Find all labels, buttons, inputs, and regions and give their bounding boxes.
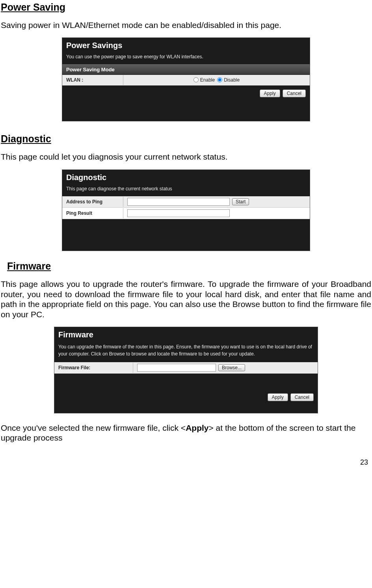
ping-result-input[interactable] (127, 209, 230, 217)
power-saving-mode-bar: Power Saving Mode (62, 64, 310, 75)
diagnostic-footer (62, 219, 310, 251)
browse-button[interactable]: Browse... (218, 364, 245, 371)
enable-radio[interactable]: Enable (193, 77, 215, 83)
apply-button[interactable]: Apply (260, 89, 280, 97)
disable-radio-label: Disable (224, 77, 240, 83)
panel-title: Power Savings (66, 41, 306, 50)
start-button[interactable]: Start (232, 198, 249, 205)
enable-radio-label: Enable (200, 77, 215, 83)
intro-diagnostic: This page could let you diagnosis your c… (1, 152, 371, 162)
intro-firmware: This page allows you to upgrade the rout… (1, 279, 371, 319)
address-to-ping-input[interactable] (127, 198, 230, 206)
section-title-power-saving: Power Saving (1, 2, 372, 13)
outro-bold: Apply (186, 423, 208, 432)
firmware-panel: Firmware You can upgrade the firmware of… (54, 327, 318, 413)
diagnostic-panel: Diagnostic This page can diagnose the cu… (62, 169, 310, 251)
outro-firmware: Once you've selected the new firmware fi… (1, 423, 371, 443)
panel-desc: You can upgrade the firmware of the rout… (58, 339, 314, 361)
panel-desc: This page can diagnose the current netwo… (66, 182, 306, 195)
intro-power-saving: Saving power in WLAN/Ethernet mode can b… (1, 20, 371, 30)
outro-pre: Once you've selected the new firmware fi… (1, 423, 186, 432)
cancel-button[interactable]: Cancel (283, 89, 306, 97)
firmware-file-label: Firmware File: (54, 363, 133, 373)
firmware-file-input[interactable] (137, 364, 216, 372)
enable-radio-input[interactable] (193, 77, 199, 82)
power-savings-panel: Power Savings You can use the power page… (62, 37, 310, 121)
panel-desc: You can use the power page to save energ… (66, 50, 306, 63)
address-to-ping-label: Address to Ping (62, 197, 123, 207)
section-title-diagnostic: Diagnostic (1, 133, 372, 145)
panel-title: Diagnostic (66, 173, 306, 182)
page-number: 23 (360, 458, 368, 467)
disable-radio-input[interactable] (217, 77, 222, 82)
ping-result-label: Ping Result (62, 208, 123, 218)
cancel-button[interactable]: Cancel (290, 393, 314, 401)
disable-radio[interactable]: Disable (217, 77, 240, 83)
section-title-firmware: Firmware (7, 261, 372, 272)
apply-button[interactable]: Apply (268, 393, 288, 401)
panel-title: Firmware (58, 330, 314, 339)
wlan-label: WLAN : (62, 75, 123, 85)
